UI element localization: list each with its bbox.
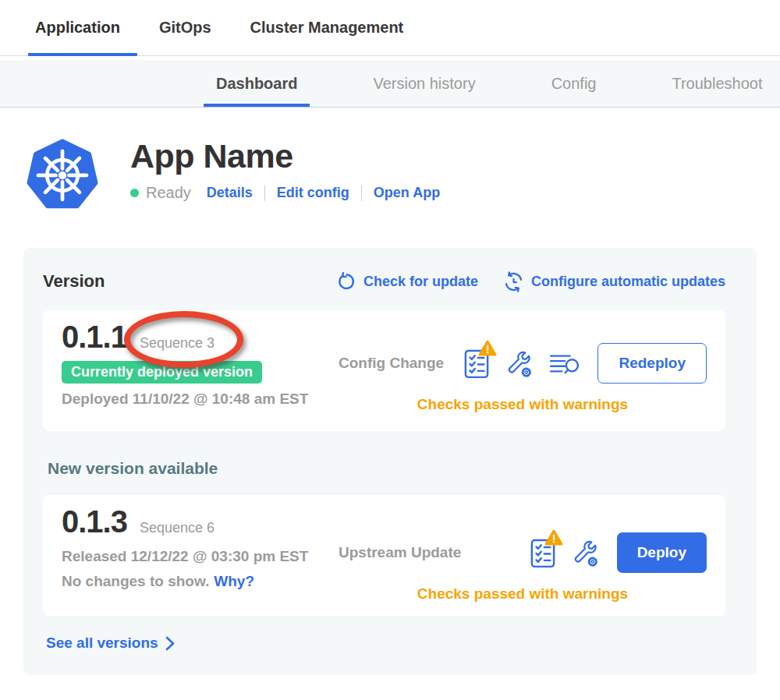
tab-troubleshoot[interactable]: Troubleshoot xyxy=(672,60,762,107)
released-timestamp: Released 12/12/22 @ 03:30 pm EST xyxy=(62,548,339,565)
app-name-title: App Name xyxy=(130,139,440,173)
top-nav-gitops[interactable]: GitOps xyxy=(159,19,211,55)
app-tab-bar: Dashboard Version history Config Trouble… xyxy=(0,60,780,108)
edit-config-link[interactable]: Edit config xyxy=(277,185,349,201)
new-version-row: 0.1.3 Sequence 6 Released 12/12/22 @ 03:… xyxy=(43,495,725,616)
why-link[interactable]: Why? xyxy=(214,573,254,589)
tab-config[interactable]: Config xyxy=(551,60,597,107)
top-nav-application[interactable]: Application xyxy=(35,19,120,55)
configure-automatic-updates-label: Configure automatic updates xyxy=(531,274,725,290)
app-status-row: Ready Details Edit config Open App xyxy=(130,184,440,202)
check-for-update-link[interactable]: Check for update xyxy=(337,272,478,292)
top-nav: Application GitOps Cluster Management xyxy=(0,0,780,56)
refresh-icon xyxy=(337,272,356,292)
wrench-gear-config-icon[interactable] xyxy=(505,349,534,378)
deploy-button[interactable]: Deploy xyxy=(617,532,707,573)
preflight-checks-status: Checks passed with warnings xyxy=(339,396,707,413)
no-changes-line: No changes to show.Why? xyxy=(62,573,339,590)
tab-version-history[interactable]: Version history xyxy=(373,60,475,107)
currently-deployed-badge: Currently deployed version xyxy=(62,361,262,384)
version-heading: Version xyxy=(43,271,105,292)
clock-cycle-icon xyxy=(503,271,524,292)
wrench-gear-config-icon[interactable] xyxy=(571,539,600,567)
no-changes-text: No changes to show. xyxy=(62,573,209,589)
current-sequence-label: Sequence 3 xyxy=(140,335,214,352)
see-all-versions-label: See all versions xyxy=(46,635,158,652)
open-app-link[interactable]: Open App xyxy=(374,185,440,201)
view-files-icon[interactable] xyxy=(549,351,580,376)
version-source-label: Config Change xyxy=(339,355,444,372)
new-version-available-heading: New version available xyxy=(48,459,725,478)
check-for-update-label: Check for update xyxy=(363,274,478,290)
see-all-versions-link[interactable]: See all versions xyxy=(46,635,175,652)
app-header: App Name Ready Details Edit config Open … xyxy=(26,137,780,210)
app-status: Ready xyxy=(146,184,191,202)
deployed-timestamp: Deployed 11/10/22 @ 10:48 am EST xyxy=(62,391,339,408)
current-version-number: 0.1.1 xyxy=(62,320,127,354)
redeploy-button[interactable]: Redeploy xyxy=(597,343,707,384)
current-version-row: 0.1.1 Sequence 3 Currently deployed vers… xyxy=(43,310,725,431)
status-dot-icon xyxy=(130,189,139,197)
new-version-number: 0.1.3 xyxy=(62,504,127,539)
link-divider xyxy=(361,186,362,201)
warning-triangle-icon xyxy=(478,340,497,356)
new-sequence-label: Sequence 6 xyxy=(140,520,214,536)
preflight-checks-status: Checks passed with warnings xyxy=(339,585,707,603)
preflight-checklist-icon[interactable] xyxy=(464,348,489,379)
admin-console-page: Application GitOps Cluster Management Da… xyxy=(0,0,780,700)
details-link[interactable]: Details xyxy=(207,185,253,201)
top-nav-cluster-management[interactable]: Cluster Management xyxy=(250,19,404,55)
tab-dashboard[interactable]: Dashboard xyxy=(216,60,297,107)
version-card: Version Check for update xyxy=(23,248,757,675)
kubernetes-logo-icon xyxy=(26,137,99,210)
version-source-label: Upstream Update xyxy=(339,544,461,561)
chevron-right-icon xyxy=(165,636,175,651)
configure-automatic-updates-link[interactable]: Configure automatic updates xyxy=(503,271,725,292)
preflight-checklist-icon[interactable] xyxy=(530,537,555,568)
warning-triangle-icon xyxy=(544,529,563,546)
link-divider xyxy=(264,186,265,201)
